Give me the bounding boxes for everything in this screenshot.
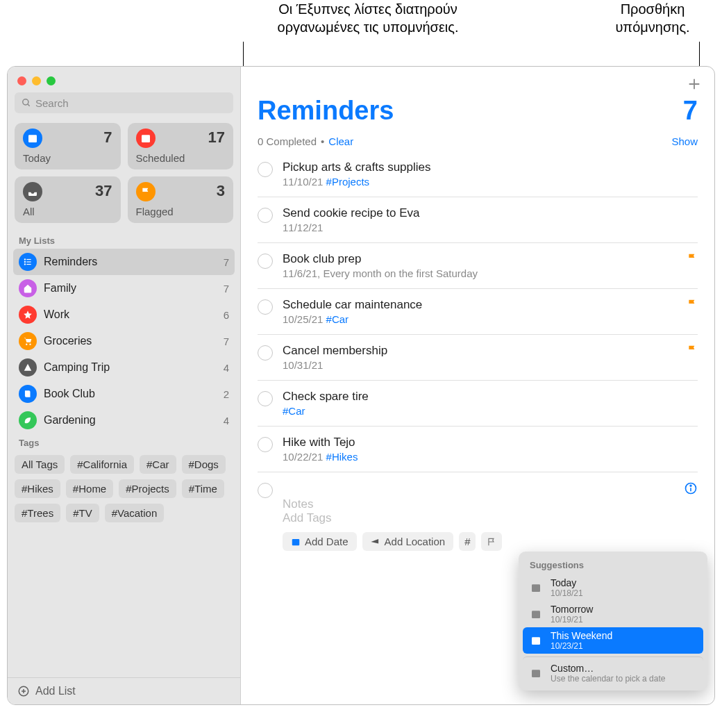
date-suggestions-popover: Suggestions Today10/18/21Tomorrow10/19/2…: [519, 552, 707, 690]
complete-toggle[interactable]: [258, 162, 273, 177]
list-name: Work: [44, 308, 217, 321]
svg-point-11: [26, 344, 27, 345]
new-reminder-row[interactable]: NotesAdd TagsAdd DateAdd Location#: [258, 472, 698, 560]
complete-toggle[interactable]: [258, 483, 273, 498]
add-date-button[interactable]: Add Date: [283, 532, 357, 551]
list-name: Groceries: [44, 335, 217, 347]
suggestion-date: 10/23/21: [551, 641, 612, 651]
reminder-row[interactable]: Send cookie recipe to Eva11/12/21: [258, 197, 698, 242]
add-list-button[interactable]: Add List: [8, 677, 240, 704]
reminder-meta: 11/10/21 #Projects: [283, 176, 698, 188]
callout-smart-lists: Οι Έξυπνες λίστες διατηρούν οργανωμένες …: [243, 0, 493, 36]
svg-point-5: [24, 258, 26, 260]
search-input[interactable]: Search: [15, 92, 233, 113]
fullscreen-window-button[interactable]: [47, 76, 56, 85]
show-completed-button[interactable]: Show: [671, 135, 698, 147]
reminder-row[interactable]: Check spare tire#Car: [258, 380, 698, 426]
calendar-icon: [528, 609, 544, 620]
sidebar-list-gardening[interactable]: Gardening4: [13, 407, 235, 433]
svg-point-12: [29, 344, 31, 345]
reminder-row[interactable]: Pickup arts & crafts supplies11/10/21 #P…: [258, 151, 698, 197]
callout-add-reminder: Προσθήκη υπόμνησης.: [597, 0, 708, 36]
location-icon: [371, 537, 380, 547]
tag-california[interactable]: #California: [70, 455, 134, 474]
sidebar-list-groceries[interactable]: Groceries7: [13, 328, 235, 354]
svg-point-0: [23, 99, 28, 105]
complete-toggle[interactable]: [258, 208, 273, 223]
suggestion-date: 10/19/21: [551, 615, 593, 624]
tag-trees[interactable]: #Trees: [15, 504, 60, 522]
suggestion-this-weekend[interactable]: This Weekend10/23/21: [523, 627, 703, 654]
sidebar-list-reminders[interactable]: Reminders7: [13, 249, 235, 275]
minimize-window-button[interactable]: [32, 76, 41, 85]
add-tag-button[interactable]: #: [459, 532, 476, 551]
suggestion-custom[interactable]: Custom… Use the calendar to pick a date: [523, 656, 703, 686]
tray-icon: [23, 182, 42, 201]
add-location-button[interactable]: Add Location: [362, 532, 454, 551]
list-name: Reminders: [44, 256, 217, 268]
complete-toggle[interactable]: [258, 254, 273, 269]
reminder-title: Send cookie recipe to Eva: [283, 206, 698, 220]
star-icon: [19, 306, 37, 324]
sidebar-list-family[interactable]: Family7: [13, 275, 235, 301]
smart-list-scheduled[interactable]: 17 Scheduled: [128, 123, 234, 169]
tag-tv[interactable]: #TV: [66, 504, 99, 522]
hash-icon: #: [464, 536, 470, 547]
my-lists-header: My Lists: [8, 231, 240, 249]
calendar-icon: [23, 129, 42, 148]
close-window-button[interactable]: [17, 76, 26, 85]
tag-hikes[interactable]: #Hikes: [15, 479, 60, 498]
list-count: 7: [224, 336, 229, 347]
reminder-meta: 10/31/21: [283, 359, 671, 371]
plus-circle-icon: [17, 685, 30, 697]
complete-toggle[interactable]: [258, 345, 273, 361]
calendar-icon: [528, 635, 544, 646]
sidebar-list-work[interactable]: Work6: [13, 301, 235, 328]
reminder-row[interactable]: Cancel membership10/31/21: [258, 334, 698, 380]
info-button[interactable]: [684, 481, 698, 497]
all-count: 37: [95, 182, 112, 200]
tag-dogs[interactable]: #Dogs: [182, 455, 226, 474]
list-count: 7: [224, 256, 229, 268]
complete-toggle[interactable]: [258, 299, 273, 315]
list-name: Family: [44, 282, 217, 295]
house-icon: [19, 279, 37, 297]
complete-toggle[interactable]: [258, 391, 273, 406]
suggestion-tomorrow[interactable]: Tomorrow10/19/21: [523, 601, 703, 627]
sidebar-list-camping-trip[interactable]: Camping Trip4: [13, 354, 235, 381]
list-count: 6: [224, 309, 229, 321]
book-icon: [19, 385, 37, 403]
notes-placeholder[interactable]: Notes: [283, 497, 698, 511]
flag-icon: [687, 344, 698, 357]
svg-rect-9: [26, 261, 31, 262]
flag-icon: [687, 298, 698, 311]
tag-home[interactable]: #Home: [66, 479, 113, 498]
complete-toggle[interactable]: [258, 437, 273, 452]
add-flag-button[interactable]: [481, 532, 502, 551]
add-reminder-button[interactable]: [687, 76, 702, 94]
reminder-row[interactable]: Schedule car maintenance10/25/21 #Car: [258, 288, 698, 334]
add-tags-placeholder[interactable]: Add Tags: [283, 511, 698, 525]
suggestion-today[interactable]: Today10/18/21: [523, 574, 703, 601]
tag-car[interactable]: #Car: [140, 455, 176, 474]
tag-projects[interactable]: #Projects: [119, 479, 176, 498]
reminder-row[interactable]: Hike with Tejo10/22/21 #Hikes: [258, 426, 698, 472]
clear-completed-button[interactable]: Clear: [328, 135, 353, 147]
list-count: 7: [224, 283, 229, 295]
tag-time[interactable]: #Time: [182, 479, 224, 498]
smart-list-today[interactable]: 7 Today: [15, 123, 121, 169]
completed-count: 0 Completed: [258, 135, 317, 147]
tag-vacation[interactable]: #Vacation: [105, 504, 165, 522]
add-list-label: Add List: [35, 685, 76, 697]
suggestion-title: Custom…: [551, 663, 665, 674]
tent-icon: [19, 358, 37, 377]
tag-alltags[interactable]: All Tags: [15, 455, 65, 474]
list-name: Camping Trip: [44, 361, 217, 374]
reminder-row[interactable]: Book club prep11/6/21, Every month on th…: [258, 242, 698, 288]
svg-line-1: [28, 104, 30, 106]
dot-separator: •: [321, 135, 324, 147]
sidebar-list-book-club[interactable]: Book Club2: [13, 381, 235, 407]
smart-list-all[interactable]: 37 All: [15, 176, 121, 223]
smart-list-flagged[interactable]: 3 Flagged: [128, 176, 234, 223]
list-count: 7: [683, 96, 698, 126]
